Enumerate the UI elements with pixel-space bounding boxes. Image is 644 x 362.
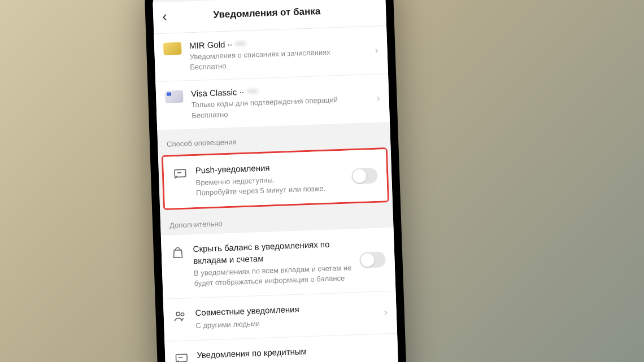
- svg-point-10: [181, 313, 184, 316]
- hide-balance-sub: В уведомлениях по всем вкладам и счетам …: [194, 263, 353, 289]
- hide-balance-toggle[interactable]: [359, 251, 386, 268]
- push-notifications-row[interactable]: Push-уведомления Временно недоступны. По…: [163, 149, 388, 208]
- highlighted-section: Push-уведомления Временно недоступны. По…: [162, 147, 389, 210]
- hide-balance-row[interactable]: Скрыть баланс в уведомлениях по вкладам …: [161, 228, 396, 299]
- svg-point-9: [176, 312, 180, 316]
- card-name: MIR Gold ··: [189, 39, 232, 50]
- chevron-right-icon: ›: [375, 44, 378, 56]
- people-icon: [172, 308, 188, 324]
- back-button[interactable]: ‹: [162, 7, 168, 25]
- card-gold-icon: [163, 42, 182, 55]
- card-masked-digits: ••••: [236, 39, 246, 48]
- push-toggle[interactable]: [351, 167, 378, 184]
- card-row-mir[interactable]: MIR Gold ·· •••• Уведомления о списаниях…: [154, 26, 388, 82]
- message-icon: [173, 166, 188, 181]
- shared-notifications-row[interactable]: Совместные уведомления С другими людьми …: [163, 290, 397, 341]
- card-row-visa[interactable]: Visa Classic ·· •••• Только коды для под…: [155, 73, 390, 130]
- phone-frame: 14:09 ‹ Уведомления от банка: [144, 0, 410, 362]
- content: MIR Gold ·· •••• Уведомления о списаниях…: [154, 26, 398, 362]
- lock-bag-icon: [170, 245, 185, 260]
- page-title: Уведомления от банка: [172, 4, 363, 22]
- card-masked-digits: ••••: [247, 87, 258, 96]
- card-visa-icon: [165, 90, 184, 103]
- chevron-right-icon: ›: [376, 92, 380, 104]
- card-name: Visa Classic ··: [191, 87, 244, 98]
- message-icon: [174, 351, 189, 362]
- chevron-right-icon: ›: [384, 306, 388, 318]
- screen: 14:09 ‹ Уведомления от банка: [152, 0, 401, 362]
- hide-balance-title: Скрыть баланс в уведомлениях по вкладам …: [193, 238, 351, 266]
